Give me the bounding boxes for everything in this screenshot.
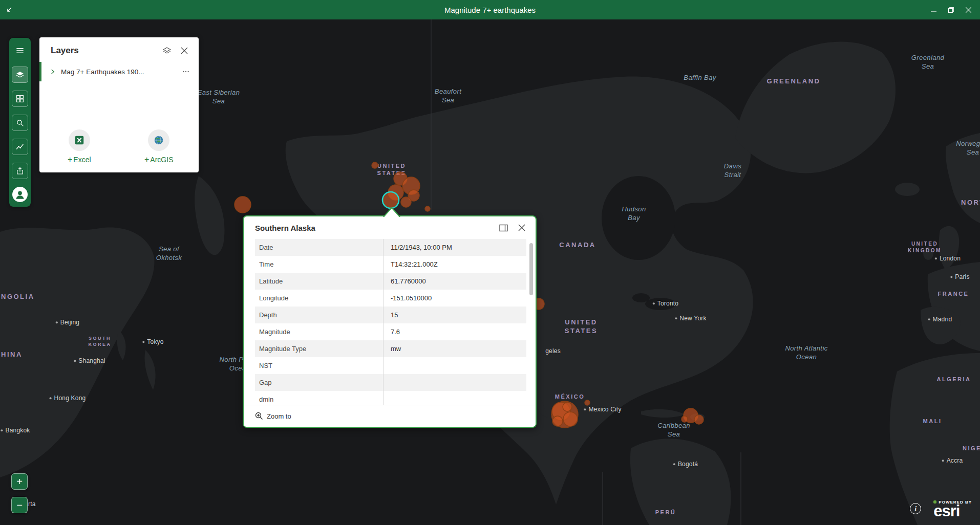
layers-panel-close-button[interactable] xyxy=(178,45,190,57)
popup-close-button[interactable] xyxy=(516,222,527,233)
earthquake-marker[interactable] xyxy=(563,412,578,426)
dock-icon xyxy=(499,224,508,232)
earthquake-marker[interactable] xyxy=(552,416,563,426)
earthquake-marker[interactable] xyxy=(694,415,704,424)
popup-row-label: Time xyxy=(255,256,383,273)
popup-row: TimeT14:32:21.000Z xyxy=(255,256,526,273)
popup-row-label: Magnitude Type xyxy=(255,340,383,357)
excel-icon xyxy=(74,135,85,146)
popup-row-value xyxy=(383,357,526,374)
popup-row: Magnitude Typemw xyxy=(255,340,526,357)
popup-row-value: 11/2/1943, 10:00 PM xyxy=(383,239,526,256)
menu-icon xyxy=(15,46,25,56)
inland-water xyxy=(602,176,676,310)
layers-icon xyxy=(15,70,25,79)
popup-row: Longitude-151.0510000 xyxy=(255,290,526,307)
popup-title: Southern Alaska xyxy=(255,224,315,232)
map-label: PERÚ xyxy=(655,509,676,516)
map-label: UNITED STATES xyxy=(565,318,598,336)
map-label: NGOLIA xyxy=(1,293,35,301)
popup-row: NST xyxy=(255,357,526,374)
popup-row: Magnitude7.6 xyxy=(255,323,526,340)
map-label: Davis Strait xyxy=(724,162,742,180)
map-label: Sea of Okhotsk xyxy=(156,245,182,262)
map-label: Baffin Bay xyxy=(684,74,716,82)
map-label: geles xyxy=(545,347,561,356)
layers-button[interactable] xyxy=(12,67,28,83)
minimize-button[interactable] xyxy=(925,0,942,19)
popup-row-label: Depth xyxy=(255,307,383,323)
zoom-to-button[interactable]: Zoom to xyxy=(255,412,291,420)
map-label: FRANCE xyxy=(938,290,969,297)
map-label: Paris xyxy=(950,273,969,281)
map-label: NORW xyxy=(961,199,980,207)
zoom-to-label: Zoom to xyxy=(267,412,291,420)
close-window-button[interactable] xyxy=(960,0,977,19)
popup-row-value xyxy=(383,391,526,405)
layer-expand-button[interactable] xyxy=(48,67,58,77)
basemap-grid-icon xyxy=(15,94,25,103)
zoom-in-button[interactable]: + xyxy=(11,473,28,490)
popup-row-label: NST xyxy=(255,357,383,374)
basemap-button[interactable] xyxy=(12,91,28,107)
map-label: Caribbean Sea xyxy=(657,422,690,439)
add-excel-label: Excel xyxy=(73,156,91,164)
earthquake-marker[interactable] xyxy=(401,197,411,207)
add-excel-button[interactable]: +Excel xyxy=(39,129,119,164)
map-label: MÉXICO xyxy=(555,393,585,400)
add-arcgis-label: ArcGIS xyxy=(150,156,173,164)
map-label: New York xyxy=(675,315,706,323)
charts-button[interactable] xyxy=(12,139,28,155)
earthquake-marker[interactable] xyxy=(372,162,378,168)
map-label: UNITED KINGDOM xyxy=(908,240,942,254)
earthquake-marker-selected[interactable] xyxy=(382,192,399,208)
popup-row: Latitude61.7760000 xyxy=(255,273,526,290)
map-label: Bangkok xyxy=(1,427,30,435)
chart-icon xyxy=(15,142,25,151)
user-avatar-icon xyxy=(13,188,27,201)
layers-stack-icon xyxy=(162,46,172,55)
map-label: Shanghai xyxy=(74,357,105,365)
popup-scrollbar-thumb[interactable] xyxy=(529,243,533,295)
titlebar: Magnitude 7+ earthquakes xyxy=(0,0,980,19)
map-label: Norwegian Sea xyxy=(956,140,980,157)
layers-panel: Layers Mag 7+ Earthquakes 190... +Excel xyxy=(39,37,199,172)
info-icon[interactable]: i xyxy=(910,503,921,514)
layers-panel-title: Layers xyxy=(51,46,79,56)
popup-row-value xyxy=(383,374,526,391)
left-toolbar xyxy=(9,38,31,207)
popup-row-label: dmin xyxy=(255,391,383,405)
zoom-to-icon xyxy=(255,412,263,420)
popup-dock-button[interactable] xyxy=(498,222,509,233)
map-label: CANADA xyxy=(559,241,595,250)
feature-popup: Southern Alaska Date11/2/1943, 10:00 PMT… xyxy=(243,215,537,428)
zoom-controls: + − xyxy=(11,473,28,513)
popup-row: Date11/2/1943, 10:00 PM xyxy=(255,239,526,256)
menu-button[interactable] xyxy=(12,42,28,59)
map-label: London xyxy=(935,255,961,263)
layer-list-item[interactable]: Mag 7+ Earthquakes 190... xyxy=(39,62,199,81)
map-label: Tokyo xyxy=(142,338,163,346)
map-label: MALI xyxy=(923,418,942,425)
earthquake-marker[interactable] xyxy=(681,416,688,422)
popup-row-value: T14:32:21.000Z xyxy=(383,256,526,273)
earthquake-marker[interactable] xyxy=(425,206,430,211)
earthquake-marker[interactable] xyxy=(563,402,572,411)
zoom-out-button[interactable]: − xyxy=(11,497,28,513)
esri-wordmark: esri xyxy=(933,505,960,518)
add-arcgis-button[interactable]: +ArcGIS xyxy=(119,129,199,164)
map-label: Bogotá xyxy=(673,461,698,469)
popup-row: dmin xyxy=(255,391,526,405)
restore-button[interactable] xyxy=(942,0,960,19)
earthquake-marker[interactable] xyxy=(235,196,251,213)
account-button[interactable] xyxy=(12,187,28,202)
search-button[interactable] xyxy=(12,115,28,131)
popup-row-label: Longitude xyxy=(255,290,383,307)
layer-name: Mag 7+ Earthquakes 190... xyxy=(61,68,180,76)
earthquake-marker[interactable] xyxy=(585,400,590,405)
layers-stack-button[interactable] xyxy=(161,45,173,57)
share-button[interactable] xyxy=(12,163,28,179)
map-label: Madrid xyxy=(928,316,952,324)
popup-row: Gap xyxy=(255,374,526,391)
layer-options-button[interactable] xyxy=(180,66,191,77)
